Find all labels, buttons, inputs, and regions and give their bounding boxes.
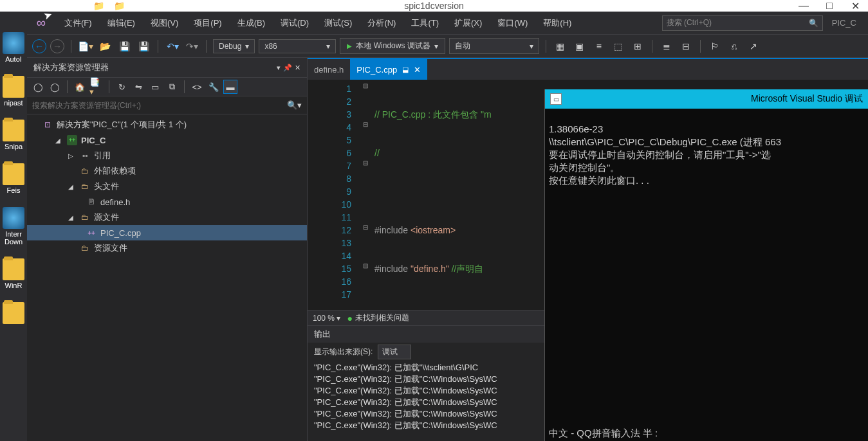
line-gutter: 1234567891011121314151617 [308,80,359,310]
refresh-icon[interactable]: ↻ [115,80,129,94]
solution-name-label: PIC_C [826,18,863,28]
open-icon[interactable]: 📂 [97,39,113,54]
solution-explorer-title: 解决方案资源管理器 [33,62,109,73]
desktop-icon-snipaste[interactable]: nipast [0,76,27,107]
close-icon[interactable]: ✕ [295,64,300,72]
redo-button[interactable]: ↷▾ [184,39,199,54]
flag-icon[interactable]: 🏳 [707,39,723,54]
save-all-icon[interactable]: 💾 [136,39,151,54]
tree-picc-cpp[interactable]: ++PIC_C.cpp [27,225,307,240]
pin-icon[interactable]: 📌 [283,64,292,72]
maximize-button[interactable]: □ [820,1,839,11]
menu-help[interactable]: 帮助(H) [537,14,578,33]
tool-icon-3[interactable]: ≡ [591,39,607,54]
tree-sources-folder[interactable]: ◢🗀源文件 [27,210,307,225]
menu-extend[interactable]: 扩展(X) [448,14,488,33]
undo-button[interactable]: ↶▾ [165,39,180,54]
tab-strip: define.h PIC_C.cpp⬓✕ [308,58,868,80]
tab-define-h[interactable]: define.h [308,59,350,80]
tool-icon-7[interactable]: ⊟ [678,39,694,54]
new-button[interactable]: 📄▾ [78,39,93,54]
nav-forward-button[interactable]: → [50,39,64,53]
menu-debug[interactable]: 调试(D) [274,14,315,33]
tree-define-h[interactable]: 🖹define.h [27,194,307,210]
tool-icon-8[interactable]: ⎌ [726,39,742,54]
tab-picc-cpp[interactable]: PIC_C.cpp⬓✕ [350,59,427,80]
desktop-icon-autoi[interactable]: AutoI [0,32,27,63]
tree-references[interactable]: ▷▪▪引用 [27,148,307,163]
console-title: Microsoft Visual Studio 调试 [751,93,863,105]
explorer-title: spic1dcversion [404,1,464,11]
menu-test[interactable]: 测试(S) [318,14,358,33]
collapse-icon[interactable]: ⇋ [131,80,145,94]
tree-project[interactable]: ◢++PIC_C [27,132,307,148]
home-icon[interactable]: 🏠 [73,80,87,94]
run-debugger-button[interactable]: ▶本地 Windows 调试器▾ [340,38,445,54]
pin-tab-icon[interactable]: ⬓ [402,66,409,74]
fold-gutter: ⊟⊟⊟⊟⊟ [359,80,372,310]
menu-analyze[interactable]: 分析(N) [361,14,402,33]
explorer-bar: 📁 📁 spic1dcversion — □ ✕ [0,0,868,12]
tool-icon-1[interactable]: ▦ [553,39,568,54]
console-titlebar[interactable]: ▭ Microsoft Visual Studio 调试 [545,89,868,109]
sol-back-button[interactable]: ◯ [31,80,45,94]
tree-external-deps[interactable]: 🗀外部依赖项 [27,163,307,179]
nav-back-button[interactable]: ← [32,39,46,53]
tool-icon-6[interactable]: ≣ [659,39,674,54]
menu-project[interactable]: 项目(P) [187,14,228,33]
ime-status: 中文 - QQ拼音输入法 半 : [549,427,658,440]
menu-build[interactable]: 生成(B) [231,14,272,33]
menu-window[interactable]: 窗口(W) [491,14,534,33]
solution-view-icon[interactable]: 📑▾ [89,80,104,94]
debug-console-window[interactable]: ▭ Microsoft Visual Studio 调试 1.38066e-23… [544,89,868,441]
dropdown-icon[interactable]: ▾ [277,64,281,72]
desktop-icons: AutoI nipast Snipa Feis InterrDown WinR [0,32,27,325]
search-icon[interactable]: 🔍▾ [287,100,302,110]
tool-icon-9[interactable]: ↗ [746,39,761,54]
files-icon[interactable]: ⧉ [165,80,179,94]
console-icon: ▭ [550,93,562,105]
config-dropdown[interactable]: Debug▾ [213,39,255,53]
auto-dropdown[interactable]: 自动▾ [449,38,539,54]
main-toolbar: ← → 📄▾ 📂 💾 💾 ↶▾ ↷▾ Debug▾ x86▾ ▶本地 Windo… [27,35,868,58]
search-icon: 🔍 [809,19,818,28]
desktop-icon-snip[interactable]: Snipa [0,120,27,150]
desktop-icon-feis[interactable]: Feis [0,163,27,194]
zoom-level[interactable]: 100 % ▾ [313,314,340,323]
save-icon[interactable]: 💾 [116,39,132,54]
close-button[interactable]: ✕ [845,1,865,11]
desktop-icon-intern[interactable]: InterrDown [0,207,27,246]
tool-icon-5[interactable]: ⊞ [630,39,645,54]
sol-fwd-button[interactable]: ◯ [48,80,62,94]
tool-icon-2[interactable]: ▣ [572,39,587,54]
folder-icon: 📁 [93,1,104,11]
solution-search-input[interactable] [32,101,287,110]
menu-tools[interactable]: 工具(T) [405,14,445,33]
desktop-icon-winr[interactable]: WinR [0,258,27,289]
console-body[interactable]: 1.38066e-23\\tsclient\G\PIC_C\PIC_C\Debu… [545,109,868,441]
tree-solution[interactable]: ⊡解决方案"PIC_C"(1 个项目/共 1 个) [27,117,307,132]
menu-file[interactable]: 文件(F) [58,14,98,33]
output-from-label: 显示输出来源(S): [314,346,373,357]
folder-icon: 📁 [114,1,125,11]
tool-icon-4[interactable]: ⬚ [611,39,626,54]
output-source-select[interactable]: 调试 [378,345,411,359]
properties-icon[interactable]: ▬ [223,80,237,94]
show-all-icon[interactable]: ▭ [148,80,162,94]
search-placeholder: 搜索 (Ctrl+Q) [667,17,712,28]
wrench-icon[interactable]: 🔧 [207,80,221,94]
menu-view[interactable]: 视图(V) [144,14,185,33]
close-tab-icon[interactable]: ✕ [414,65,421,75]
desktop-icon-generic[interactable] [0,302,27,325]
tree-headers-folder[interactable]: ◢🗀头文件 [27,179,307,194]
search-box[interactable]: 搜索 (Ctrl+Q) 🔍 [662,15,823,31]
code-icon[interactable]: <> [190,80,204,94]
issues-indicator[interactable]: ●未找到相关问题 [347,312,409,323]
menu-edit[interactable]: 编辑(E) [101,14,142,33]
minimize-button[interactable]: — [794,1,813,11]
menu-bar: ∞ 文件(F) 编辑(E) 视图(V) 项目(P) 生成(B) 调试(D) 测试… [27,12,868,35]
solution-explorer: 解决方案资源管理器 ▾ 📌 ✕ ◯ ◯ 🏠 📑▾ ↻ ⇋ ▭ ⧉ <> [27,58,308,441]
platform-dropdown[interactable]: x86▾ [259,39,336,53]
tree-resources-folder[interactable]: 🗀资源文件 [27,240,307,256]
